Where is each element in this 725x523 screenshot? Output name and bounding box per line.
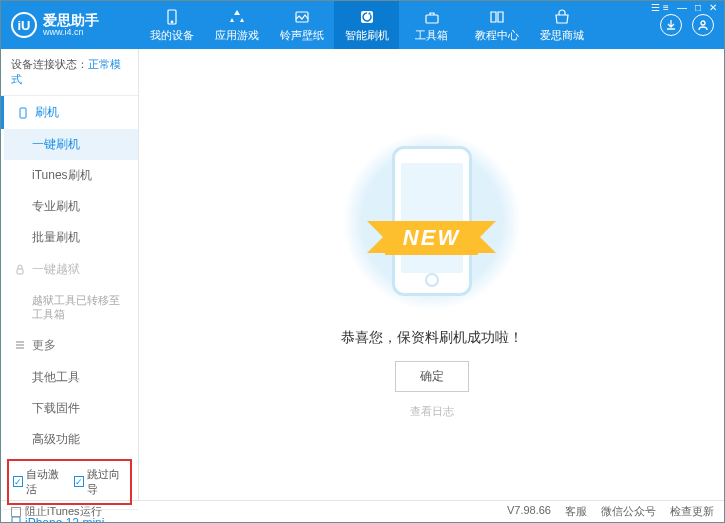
- phone-icon: [17, 107, 29, 119]
- svg-rect-4: [426, 15, 438, 23]
- success-illustration: NEW: [357, 131, 507, 311]
- list-icon: [14, 339, 26, 351]
- app-name: 爱思助手: [43, 13, 99, 27]
- main-content: NEW 恭喜您，保资料刷机成功啦！ 确定 查看日志: [139, 49, 724, 500]
- version-label: V7.98.66: [507, 504, 551, 519]
- svg-rect-6: [20, 108, 26, 118]
- sidebar-item-pro[interactable]: 专业刷机: [4, 191, 138, 222]
- sidebar: 设备连接状态：正常模式 刷机 一键刷机 iTunes刷机 专业刷机 批量刷机 一…: [1, 49, 139, 500]
- svg-point-1: [171, 21, 173, 23]
- minimize-icon[interactable]: ―: [677, 2, 687, 13]
- sidebar-flash-header[interactable]: 刷机: [1, 96, 138, 129]
- sidebar-item-batch[interactable]: 批量刷机: [4, 222, 138, 253]
- ok-button[interactable]: 确定: [395, 361, 469, 392]
- maximize-icon[interactable]: □: [695, 2, 701, 13]
- wechat-link[interactable]: 微信公众号: [601, 504, 656, 519]
- sidebar-jailbreak-header: 一键越狱: [4, 253, 138, 286]
- logo[interactable]: iU 爱思助手 www.i4.cn: [11, 12, 139, 38]
- store-icon: [553, 8, 571, 26]
- checkbox-auto-activate[interactable]: ✓自动激活: [13, 467, 66, 497]
- nav-my-device[interactable]: 我的设备: [139, 1, 204, 49]
- nav-ringtone[interactable]: 铃声壁纸: [269, 1, 334, 49]
- svg-rect-7: [17, 269, 23, 274]
- phone-icon: [163, 8, 181, 26]
- view-log-link[interactable]: 查看日志: [410, 404, 454, 419]
- nav-tutorial[interactable]: 教程中心: [464, 1, 529, 49]
- checkbox-skip-guide[interactable]: ✓跳过向导: [74, 467, 127, 497]
- checkbox-block-itunes[interactable]: 阻止iTunes运行: [11, 504, 102, 519]
- book-icon: [488, 8, 506, 26]
- nav-toolbox[interactable]: 工具箱: [399, 1, 464, 49]
- update-link[interactable]: 检查更新: [670, 504, 714, 519]
- sidebar-item-download[interactable]: 下载固件: [4, 393, 138, 424]
- connection-status: 设备连接状态：正常模式: [1, 49, 138, 96]
- close-icon[interactable]: ✕: [709, 2, 717, 13]
- toolbox-icon: [423, 8, 441, 26]
- lock-icon: [14, 264, 26, 276]
- sidebar-item-oneclick[interactable]: 一键刷机: [4, 129, 138, 160]
- support-link[interactable]: 客服: [565, 504, 587, 519]
- download-button[interactable]: [660, 14, 682, 36]
- user-button[interactable]: [692, 14, 714, 36]
- sidebar-item-other[interactable]: 其他工具: [4, 362, 138, 393]
- logo-icon: iU: [11, 12, 37, 38]
- nav-flash[interactable]: 智能刷机: [334, 1, 399, 49]
- topbar: iU 爱思助手 www.i4.cn 我的设备 应用游戏 铃声壁纸 智能刷机 工具…: [1, 1, 724, 49]
- sidebar-more-header[interactable]: 更多: [4, 329, 138, 362]
- sidebar-item-itunes[interactable]: iTunes刷机: [4, 160, 138, 191]
- new-ribbon: NEW: [385, 221, 478, 255]
- main-nav: 我的设备 应用游戏 铃声壁纸 智能刷机 工具箱 教程中心 爱思商城: [139, 1, 594, 49]
- nav-apps[interactable]: 应用游戏: [204, 1, 269, 49]
- refresh-icon: [358, 8, 376, 26]
- nav-store[interactable]: 爱思商城: [529, 1, 594, 49]
- sidebar-item-advanced[interactable]: 高级功能: [4, 424, 138, 455]
- menu-icon[interactable]: ☰ ≡: [651, 2, 669, 13]
- window-controls: ☰ ≡ ― □ ✕: [651, 2, 717, 13]
- app-url: www.i4.cn: [43, 27, 99, 37]
- checkbox-highlight: ✓自动激活 ✓跳过向导: [7, 459, 132, 505]
- apps-icon: [228, 8, 246, 26]
- wallpaper-icon: [293, 8, 311, 26]
- success-message: 恭喜您，保资料刷机成功啦！: [341, 329, 523, 347]
- svg-point-5: [701, 21, 705, 25]
- sidebar-jailbreak-note: 越狱工具已转移至工具箱: [4, 286, 138, 329]
